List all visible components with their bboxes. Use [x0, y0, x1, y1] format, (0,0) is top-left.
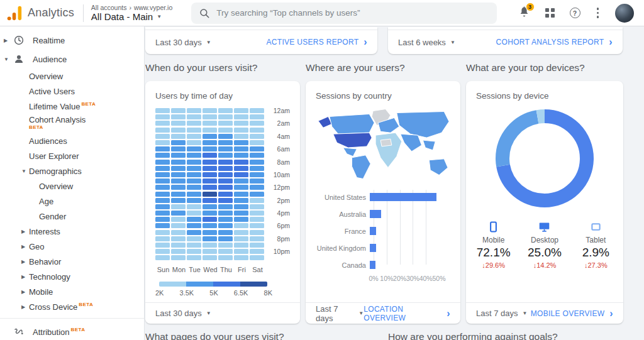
sidebar-expand-arrow[interactable]: ▶ [21, 259, 29, 265]
location-overview-link[interactable]: LOCATION OVERVIEW › [364, 305, 450, 322]
sidebar-item-behavior[interactable]: ▶Behavior [0, 254, 144, 269]
heatmap-cell [155, 236, 170, 241]
sidebar-item-interests[interactable]: ▶Interests [0, 224, 144, 239]
country-bar-row: Australia [316, 206, 450, 222]
more-options-button[interactable] [596, 6, 601, 19]
sidebar-item-overview[interactable]: Overview [0, 178, 144, 194]
sidebar-item-technology[interactable]: ▶Technology [0, 269, 144, 284]
heatmap-legend-value: 5K [209, 289, 218, 297]
heatmap-cell [203, 108, 217, 113]
sidebar-item-cross-device[interactable]: ▶Cross DeviceBETA [0, 299, 144, 314]
heatmap-cell [250, 198, 264, 203]
sidebar-item-audience[interactable]: ▼Audience [0, 50, 144, 69]
sidebar-item-demographics[interactable]: ▼Demographics [0, 163, 144, 178]
heatmap-legend-swatch [159, 282, 186, 287]
sidebar-item-attribution[interactable]: AttributionBETA [0, 322, 144, 340]
heatmap-cell [234, 255, 248, 260]
mobile-overview-link[interactable]: MOBILE OVERVIEW › [531, 309, 613, 318]
heatmap-cell [234, 146, 248, 151]
heatmap-cell [187, 236, 201, 241]
heatmap-cell [218, 204, 233, 209]
map-sahara [380, 139, 392, 146]
date-range-dropdown[interactable]: Last 7 days ▼ [476, 309, 527, 318]
country-bar-chart: United StatesAustraliaFranceUnited Kingd… [316, 189, 450, 273]
cohort-analysis-report-link[interactable]: COHORT ANALYSIS REPORT › [496, 38, 613, 47]
sidebar-item-user-explorer[interactable]: User Explorer [0, 148, 144, 163]
heatmap-cell [250, 236, 264, 241]
heatmap-cell [218, 160, 233, 165]
user-avatar[interactable] [615, 4, 634, 23]
heatmap-cell [155, 140, 170, 145]
sidebar-item-audiences[interactable]: Audiences [0, 133, 144, 148]
heatmap-cell [250, 140, 264, 145]
sidebar-item-gender[interactable]: Gender [0, 209, 144, 224]
sidebar-item-label: Cohort AnalysisBETA [29, 116, 86, 131]
account-switcher[interactable]: All accounts › www.vyper.io All Data - M… [91, 4, 172, 22]
active-users-report-link[interactable]: ACTIVE USERS REPORT › [267, 38, 367, 47]
sidebar-expand-arrow[interactable]: ▼ [21, 168, 29, 174]
heatmap-cell [171, 172, 186, 177]
sidebar-item-label: Mobile [29, 287, 53, 297]
heatmap-cell [155, 230, 170, 235]
analytics-logo[interactable]: Analytics [5, 5, 74, 21]
donut-svg [494, 108, 595, 209]
device-donut-chart [476, 108, 613, 209]
heatmap-row: 6am [155, 146, 290, 152]
heatmap-legend-labels: 2K3.5K5K6.5K8K [155, 289, 272, 297]
sidebar-item-cohort-analysis[interactable]: Cohort AnalysisBETA [0, 114, 144, 133]
sidebar-expand-arrow[interactable]: ▶ [4, 38, 11, 43]
map-se-asia [423, 140, 435, 150]
chevron-down-icon: ▼ [450, 40, 455, 45]
sidebar-expand-arrow[interactable]: ▼ [4, 57, 11, 62]
country-bar-row: United States [316, 189, 450, 206]
date-range-dropdown[interactable]: Last 7 days ▼ [316, 304, 364, 323]
help-button[interactable]: ? [570, 8, 580, 18]
sidebar-expand-arrow[interactable]: ▶ [21, 244, 29, 250]
heatmap-cell [234, 198, 248, 203]
heatmap-day-label: Tue [187, 266, 203, 273]
sidebar-expand-arrow[interactable]: ▶ [21, 229, 29, 234]
country-bar-row: France [316, 222, 450, 239]
date-range-dropdown[interactable]: Last 30 days ▼ [155, 38, 211, 47]
heatmap-cell [218, 178, 233, 184]
date-range-dropdown[interactable]: Last 30 days ▼ [155, 309, 211, 318]
apps-grid-button[interactable] [545, 8, 555, 18]
heatmap-cell [203, 204, 217, 209]
sidebar-item-text: Cohort Analysis [29, 116, 86, 124]
sidebar-item-label: Overview [29, 72, 63, 81]
sidebar-expand-arrow[interactable]: ▶ [21, 304, 29, 310]
heatmap-cell [171, 160, 186, 165]
sidebar-item-realtime[interactable]: ▶Realtime [0, 31, 144, 50]
heatmap-cell [155, 172, 170, 177]
sidebar-item-overview[interactable]: Overview [0, 69, 144, 84]
realtime-icon [13, 34, 25, 47]
heatmap-cell [218, 140, 233, 145]
sidebar-item-active-users[interactable]: Active Users [0, 84, 144, 99]
country-bar [370, 244, 376, 252]
heatmap-cell [155, 134, 170, 139]
chevron-down-icon: ▼ [157, 14, 162, 19]
search-input[interactable] [216, 8, 489, 18]
heatmap-cell [171, 134, 186, 139]
date-range-dropdown[interactable]: Last 6 weeks ▼ [398, 38, 455, 47]
heatmap-cell [203, 223, 217, 228]
sidebar-item-geo[interactable]: ▶Geo [0, 239, 144, 254]
heatmap-cell [171, 223, 186, 228]
country-bar-track [370, 210, 439, 218]
heatmap-row: 10am [155, 172, 290, 178]
heatmap-cell [187, 185, 201, 190]
heatmap-cell [187, 128, 201, 133]
analytics-logo-icon [6, 5, 23, 21]
heatmap-cell [203, 140, 217, 145]
heatmap-cell [187, 121, 201, 126]
sidebar-item-lifetime-value[interactable]: Lifetime ValueBETA [0, 99, 144, 114]
sidebar-expand-arrow[interactable]: ▶ [21, 274, 29, 280]
sidebar-item-age[interactable]: Age [0, 194, 144, 209]
heatmap-cell [234, 160, 248, 165]
search-bar[interactable] [191, 3, 497, 24]
notifications-button[interactable]: 3 [518, 6, 530, 20]
heatmap-grid: 12am2am4am6am8am10am12pm2pm4pm6pm8pm10pm [155, 107, 290, 261]
sidebar-expand-arrow[interactable]: ▶ [21, 289, 29, 295]
heatmap-legend-value: 6.5K [234, 289, 248, 297]
sidebar-item-mobile[interactable]: ▶Mobile [0, 284, 144, 299]
